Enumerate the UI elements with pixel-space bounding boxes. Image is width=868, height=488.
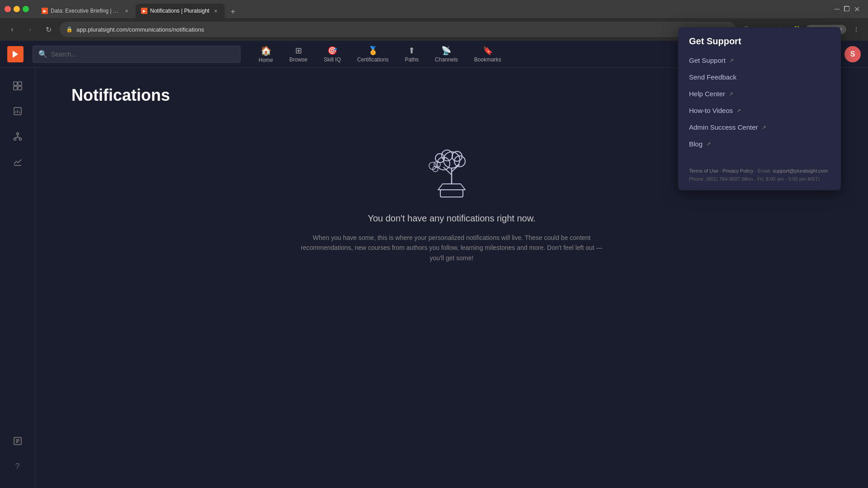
svg-marker-21	[438, 184, 465, 190]
nav-item-channels-label: Channels	[435, 56, 458, 63]
new-tab-button[interactable]: +	[226, 5, 239, 18]
nav-item-certifications-label: Certifications	[357, 56, 388, 63]
tab-bar: ▶ Data: Executive Briefing | Pluralsi...…	[36, 0, 239, 18]
external-link-icon-3: ↗	[736, 108, 741, 114]
support-item-send-feedback[interactable]: Send Feedback	[678, 69, 841, 85]
home-icon: 🏠	[260, 45, 272, 56]
sidebar-item-org[interactable]	[7, 126, 28, 147]
help-center-label: Help Center	[689, 90, 725, 98]
window-close-icon[interactable]: ✕	[854, 5, 860, 14]
empty-state-description: When you have some, this is where your p…	[298, 233, 605, 263]
nav-item-certifications[interactable]: 🏅 Certifications	[350, 42, 396, 66]
paths-icon: ⬆	[408, 46, 415, 56]
browser-tab-2[interactable]: ▶ Notifications | Pluralsight ✕	[136, 4, 225, 18]
svg-marker-0	[13, 51, 18, 58]
nav-item-bookmarks[interactable]: 🔖 Bookmarks	[467, 42, 509, 66]
support-dropdown: Get Support Get Support ↗ Send Feedback …	[678, 27, 841, 190]
tab-1-close[interactable]: ✕	[123, 7, 130, 14]
sidebar-item-dashboard[interactable]	[7, 75, 28, 97]
minimize-window-button[interactable]	[14, 6, 20, 12]
privacy-link[interactable]: Privacy Policy	[722, 168, 753, 174]
tab-2-close[interactable]: ✕	[212, 7, 219, 14]
url-text: app.pluralsight.com/communications/notif…	[76, 26, 204, 33]
sidebar-bottom: ?	[7, 430, 28, 481]
nav-item-paths[interactable]: ⬆ Paths	[397, 42, 426, 66]
external-link-icon-5: ↗	[706, 141, 711, 147]
sidebar-item-help[interactable]: ?	[7, 455, 28, 477]
page-title: Notifications	[71, 86, 170, 105]
search-icon: 🔍	[38, 50, 47, 58]
sidebar: ?	[0, 68, 35, 488]
empty-state-title: You don't have any notifications right n…	[368, 213, 535, 224]
support-header: Get Support	[678, 27, 841, 52]
nav-item-browse-label: Browse	[289, 56, 307, 63]
browse-icon: ⊞	[295, 46, 302, 56]
nav-item-browse[interactable]: ⊞ Browse	[282, 42, 315, 66]
empty-state: You don't have any notifications right n…	[298, 141, 605, 263]
get-support-label: Get Support	[689, 56, 726, 64]
sidebar-item-content[interactable]	[7, 430, 28, 452]
user-initial: S	[850, 50, 855, 58]
search-bar[interactable]: 🔍 Search...	[33, 46, 241, 63]
support-item-admin-success-center[interactable]: Admin Success Center ↗	[678, 119, 841, 136]
bookmarks-icon: 🔖	[483, 46, 493, 56]
svg-line-14	[18, 137, 20, 138]
app-wrapper: 🔍 Search... 🏠 Home ⊞ Browse 🎯 Skill IQ 🏅…	[0, 41, 868, 488]
maximize-window-button[interactable]	[23, 6, 29, 12]
browser-titlebar: ▶ Data: Executive Briefing | Pluralsi...…	[0, 0, 868, 18]
tab-2-title: Notifications | Pluralsight	[150, 8, 209, 14]
certifications-icon: 🏅	[368, 46, 378, 56]
support-item-how-to-videos[interactable]: How-to Videos ↗	[678, 102, 841, 119]
email-label: Email:	[758, 168, 773, 174]
close-window-button[interactable]	[5, 6, 11, 12]
svg-rect-1	[14, 82, 17, 85]
how-to-videos-label: How-to Videos	[689, 107, 733, 114]
svg-point-10	[14, 138, 16, 141]
tab-1-title: Data: Executive Briefing | Pluralsi...	[51, 8, 120, 14]
window-minimize-icon[interactable]: ─	[835, 5, 840, 13]
external-link-icon-2: ↗	[729, 91, 733, 97]
support-email[interactable]: support@pluralsight.com	[773, 168, 828, 174]
svg-rect-20	[440, 190, 463, 197]
svg-point-9	[16, 133, 19, 135]
more-options-icon[interactable]: ⋮	[850, 23, 863, 36]
forward-button[interactable]: ›	[24, 23, 37, 36]
support-item-get-support[interactable]: Get Support ↗	[678, 52, 841, 69]
admin-success-center-label: Admin Success Center	[689, 123, 758, 131]
support-item-blog[interactable]: Blog ↗	[678, 136, 841, 152]
browser-window-controls	[5, 6, 29, 12]
nav-item-skiliq-label: Skill IQ	[324, 56, 341, 63]
svg-rect-3	[14, 86, 17, 90]
browser-tab-1[interactable]: ▶ Data: Executive Briefing | Pluralsi...…	[36, 4, 136, 18]
bonsai-illustration	[420, 141, 483, 204]
refresh-button[interactable]: ↻	[42, 23, 55, 36]
nav-items: 🏠 Home ⊞ Browse 🎯 Skill IQ 🏅 Certificati…	[251, 42, 509, 67]
svg-point-11	[19, 138, 21, 141]
back-button[interactable]: ‹	[5, 23, 19, 36]
nav-item-channels[interactable]: 📡 Channels	[428, 42, 465, 66]
tab-1-favicon: ▶	[42, 8, 48, 14]
search-placeholder: Search...	[51, 51, 76, 58]
channels-icon: 📡	[441, 46, 451, 56]
window-restore-icon[interactable]: ⧠	[843, 5, 850, 13]
support-item-help-center[interactable]: Help Center ↗	[678, 85, 841, 102]
lock-icon: 🔒	[66, 26, 73, 33]
nav-item-paths-label: Paths	[405, 56, 419, 63]
external-link-icon-4: ↗	[762, 124, 766, 131]
nav-item-home-label: Home	[259, 57, 273, 63]
user-avatar[interactable]: S	[844, 46, 861, 62]
nav-item-skiliq[interactable]: 🎯 Skill IQ	[316, 42, 348, 66]
svg-rect-2	[18, 82, 22, 85]
address-bar[interactable]: 🔒 app.pluralsight.com/communications/not…	[60, 22, 736, 37]
pluralsight-logo[interactable]	[7, 46, 24, 62]
skiliq-icon: 🎯	[327, 46, 337, 56]
support-divider	[678, 156, 841, 156]
blog-label: Blog	[689, 140, 703, 148]
svg-rect-4	[18, 86, 22, 90]
terms-link[interactable]: Terms of Use	[689, 168, 718, 174]
send-feedback-label: Send Feedback	[689, 73, 736, 81]
support-phone: (801) 784-9007 (Mon - Fri, 8:00 am - 5:0…	[706, 176, 820, 182]
nav-item-home[interactable]: 🏠 Home	[251, 42, 280, 67]
sidebar-item-analytics[interactable]	[7, 151, 28, 173]
sidebar-item-reports[interactable]	[7, 100, 28, 122]
